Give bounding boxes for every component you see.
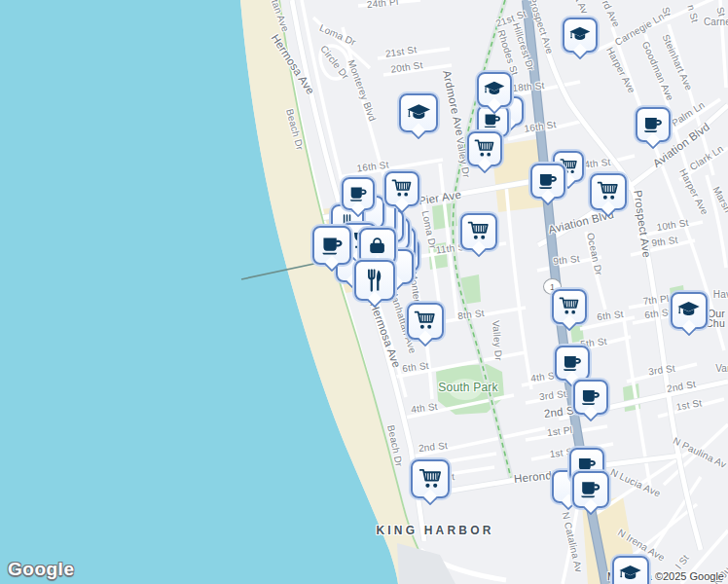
park-label: South Park bbox=[438, 381, 497, 394]
coffee-cup-icon bbox=[319, 233, 346, 259]
coffee-cup-icon bbox=[536, 169, 560, 193]
street-label: Carne bbox=[704, 17, 728, 27]
shopping-bag-icon bbox=[365, 234, 389, 258]
restaurant-marker[interactable] bbox=[354, 260, 395, 301]
shopping-cart-marker[interactable] bbox=[407, 303, 444, 340]
google-logo[interactable]: Google bbox=[8, 559, 74, 580]
shopping-cart-marker[interactable] bbox=[384, 171, 419, 206]
locality-label: KING HARBOR bbox=[376, 524, 493, 537]
street-label: Van bbox=[715, 363, 728, 374]
shopping-cart-icon bbox=[390, 177, 414, 201]
coffee-cup-icon bbox=[579, 385, 602, 409]
shopping-cart-marker[interactable] bbox=[467, 131, 502, 166]
street-label: Chu bbox=[706, 317, 725, 329]
map-canvas[interactable]: 24th Pltan AveHermosa AveBeach DrLoma Dr… bbox=[0, 0, 728, 584]
restaurant-icon bbox=[361, 267, 388, 294]
shopping-cart-marker[interactable] bbox=[590, 173, 627, 210]
coffee-cup-icon bbox=[347, 183, 369, 204]
shopping-cart-icon bbox=[596, 179, 620, 203]
graduation-cap-icon bbox=[568, 23, 592, 47]
coffee-cup-marker[interactable] bbox=[572, 471, 609, 508]
graduation-cap-icon bbox=[676, 298, 701, 322]
graduation-cap-marker[interactable] bbox=[671, 292, 708, 329]
shopping-cart-icon bbox=[473, 137, 496, 161]
shopping-cart-icon bbox=[466, 219, 491, 243]
coffee-cup-marker[interactable] bbox=[555, 346, 590, 381]
shopping-cart-marker[interactable] bbox=[411, 459, 450, 498]
coffee-cup-icon bbox=[641, 113, 665, 136]
shopping-cart-icon bbox=[413, 309, 437, 333]
coffee-cup-marker[interactable] bbox=[312, 226, 351, 265]
coffee-cup-marker[interactable] bbox=[573, 380, 608, 415]
shopping-cart-icon bbox=[418, 466, 444, 493]
graduation-cap-icon bbox=[618, 562, 642, 584]
graduation-cap-marker[interactable] bbox=[563, 18, 598, 53]
graduation-cap-marker[interactable] bbox=[399, 93, 438, 132]
coffee-cup-marker[interactable] bbox=[342, 177, 375, 210]
shopping-cart-icon bbox=[558, 295, 581, 318]
coffee-cup-marker[interactable] bbox=[530, 164, 565, 199]
graduation-cap-marker[interactable] bbox=[612, 556, 649, 584]
shopping-cart-marker[interactable] bbox=[552, 289, 587, 324]
coffee-cup-icon bbox=[578, 477, 602, 501]
graduation-cap-marker[interactable] bbox=[477, 72, 512, 107]
coffee-cup-marker[interactable] bbox=[636, 107, 671, 142]
coffee-cup-icon bbox=[561, 351, 584, 375]
graduation-cap-icon bbox=[406, 100, 432, 127]
shopping-cart-marker[interactable] bbox=[460, 213, 497, 250]
street-label: Hav bbox=[713, 289, 728, 300]
graduation-cap-icon bbox=[483, 78, 506, 101]
